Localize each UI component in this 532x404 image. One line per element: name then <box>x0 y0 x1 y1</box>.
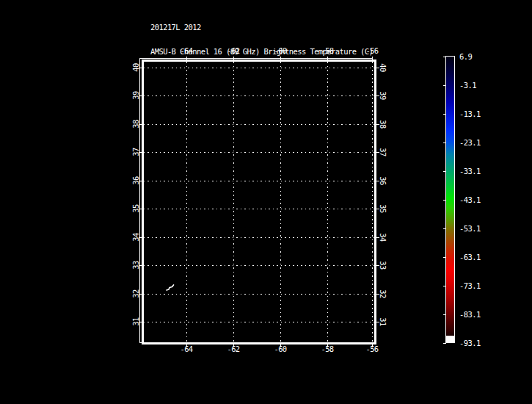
lat-gridline <box>144 209 374 209</box>
tick-mark <box>376 95 379 96</box>
lon-gridline <box>372 62 373 342</box>
lon-label-top: -56 <box>365 47 378 55</box>
tick-mark <box>443 343 446 344</box>
lat-label-right: 39 <box>379 91 387 99</box>
lat-gridline <box>144 265 374 266</box>
lat-gridline <box>144 237 374 238</box>
tick-mark <box>443 286 446 286</box>
tick-mark <box>233 57 234 59</box>
lon-label-top: -60 <box>274 47 286 55</box>
colorbar-tick-label: 6.9 <box>459 53 472 61</box>
tick-mark <box>327 57 328 59</box>
colorbar-tick-label: -23.1 <box>459 139 481 147</box>
tick-mark <box>372 57 373 59</box>
tick-mark <box>139 209 142 209</box>
tick-mark <box>139 237 142 238</box>
tick-mark <box>443 228 446 229</box>
tick-mark <box>139 181 142 181</box>
lon-label-top: -62 <box>227 47 239 55</box>
tick-mark <box>186 345 187 347</box>
tick-mark <box>376 294 379 295</box>
tick-mark <box>139 265 142 266</box>
tick-mark <box>186 57 187 59</box>
lat-gridline <box>144 152 374 153</box>
lat-gridline <box>144 124 374 125</box>
tick-mark <box>139 152 142 153</box>
tick-mark <box>443 114 446 115</box>
lat-label-right: 36 <box>379 176 387 184</box>
lat-gridline <box>144 294 374 295</box>
lon-gridline <box>280 62 281 342</box>
colorbar-gradient <box>445 56 455 343</box>
tick-mark <box>376 209 379 209</box>
colorbar-tick-label: -13.1 <box>459 110 481 118</box>
bermuda-coastline-icon <box>164 282 178 292</box>
title-date-line: 201217L 2012 <box>150 24 373 32</box>
lon-gridline <box>233 62 234 342</box>
tick-mark <box>372 345 373 347</box>
tick-mark <box>233 345 234 347</box>
lat-label-right: 35 <box>379 204 387 212</box>
colorbar-tick-label: -83.1 <box>459 311 481 319</box>
lat-label-right: 32 <box>379 289 387 297</box>
colorbar-tick-label: -43.1 <box>459 196 481 204</box>
colorbar-tick-label: -63.1 <box>459 253 481 261</box>
tick-mark <box>327 345 328 347</box>
tick-mark <box>443 171 446 172</box>
tick-mark <box>376 124 379 125</box>
colorbar-tick-label: -93.1 <box>459 339 481 347</box>
tick-mark <box>139 294 142 295</box>
lon-label-top: -58 <box>321 47 333 55</box>
tick-mark <box>139 124 142 125</box>
tick-mark <box>443 85 446 86</box>
lat-label-right: 37 <box>379 148 387 156</box>
lat-gridline <box>144 181 374 181</box>
tick-mark <box>376 152 379 153</box>
colorbar-tick-label: -53.1 <box>459 225 481 233</box>
lat-label-right: 31 <box>379 317 387 325</box>
plot-canvas: 201217L 2012 AMSU-B Channel 16 (89 GHz) … <box>0 0 532 404</box>
tick-mark <box>443 57 446 57</box>
colorbar-tick-label: -3.1 <box>459 82 476 90</box>
lon-label-top: -64 <box>180 47 192 55</box>
lat-gridline <box>144 322 374 322</box>
tick-mark <box>376 265 379 266</box>
tick-mark <box>376 68 379 68</box>
tick-mark <box>280 57 281 59</box>
tick-mark <box>139 322 142 322</box>
lat-gridline <box>144 68 374 68</box>
tick-mark <box>443 143 446 143</box>
lat-label-right: 34 <box>379 233 387 241</box>
tick-mark <box>443 200 446 201</box>
lat-label-right: 33 <box>379 261 387 269</box>
lat-label-right: 40 <box>379 63 387 71</box>
tick-mark <box>376 322 379 322</box>
lon-gridline <box>327 62 328 342</box>
lat-gridline <box>144 95 374 96</box>
tick-mark <box>280 345 281 347</box>
tick-mark <box>139 95 142 96</box>
tick-mark <box>139 68 142 68</box>
colorbar-tick-label: -73.1 <box>459 282 481 290</box>
lat-label-right: 38 <box>379 120 387 128</box>
colorbar-tick-label: -33.1 <box>459 167 481 176</box>
tick-mark <box>376 237 379 238</box>
tick-mark <box>443 257 446 258</box>
map-area <box>144 62 374 342</box>
lon-gridline <box>186 62 187 342</box>
tick-mark <box>443 314 446 315</box>
tick-mark <box>376 181 379 181</box>
